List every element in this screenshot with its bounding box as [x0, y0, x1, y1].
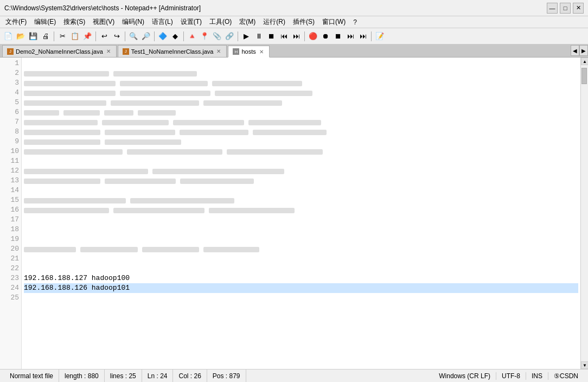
toolbar-separator — [54, 31, 54, 41]
code-line-2 — [24, 68, 578, 78]
line-number-10: 10 — [0, 147, 19, 156]
toolbar-btn-12[interactable]: 🔍 — [127, 30, 139, 42]
tab-hosts[interactable]: H hosts ✕ — [228, 46, 269, 58]
menu-item-W[interactable]: 窗口(W) — [319, 16, 349, 28]
line-number-5: 5 — [0, 98, 19, 107]
toolbar-btn-20[interactable]: 📎 — [211, 30, 223, 42]
menu-item-L[interactable]: 语言(L) — [149, 16, 176, 28]
toolbar-btn-35[interactable]: 📝 — [374, 30, 386, 42]
menu-bar: 文件(F)编辑(E)搜索(S)视图(V)编码(N)语言(L)设置(T)工具(O)… — [0, 16, 588, 28]
tab-bar: J Demo2_NoNameInnerClass.java ✕ J Test1_… — [0, 44, 588, 58]
title-text: C:\Windows\System32\drivers\etc\hosts - … — [4, 4, 201, 12]
menu-item-M[interactable]: 宏(M) — [236, 16, 259, 28]
toolbar-btn-0[interactable]: 📄 — [2, 30, 14, 42]
toolbar-btn-10[interactable]: ↪ — [111, 30, 123, 42]
menu-item-O[interactable]: 工具(O) — [206, 16, 235, 28]
line-number-3: 3 — [0, 78, 19, 88]
line-number-20: 20 — [0, 244, 19, 254]
code-line-25 — [24, 293, 578, 303]
toolbar-btn-30[interactable]: ⏺ — [319, 30, 331, 42]
toolbar-btn-15[interactable]: 🔷 — [157, 30, 169, 42]
toolbar-btn-16[interactable]: ◆ — [169, 30, 181, 42]
status-bar: Normal text file length : 880 lines : 25… — [0, 369, 588, 382]
toolbar-btn-25[interactable]: ⏹ — [265, 30, 277, 42]
menu-item-E[interactable]: 编辑(E) — [31, 16, 59, 28]
menu-item-T[interactable]: 设置(T) — [177, 16, 205, 28]
tab-demo2-close[interactable]: ✕ — [105, 48, 112, 55]
code-line-8 — [24, 127, 578, 137]
toolbar-btn-18[interactable]: 🔺 — [186, 30, 198, 42]
toolbar-btn-13[interactable]: 🔎 — [140, 30, 152, 42]
tab-test1-close[interactable]: ✕ — [215, 48, 222, 55]
menu-item-[interactable]: ? — [350, 17, 360, 27]
code-line-3 — [24, 78, 578, 88]
code-line-7 — [24, 117, 578, 127]
maximize-button[interactable]: □ — [560, 3, 571, 14]
toolbar-btn-7[interactable]: 📌 — [81, 30, 93, 42]
line-number-21: 21 — [0, 254, 19, 264]
toolbar-btn-1[interactable]: 📂 — [15, 30, 27, 42]
toolbar-btn-29[interactable]: 🔴 — [307, 30, 319, 42]
close-button[interactable]: ✕ — [573, 3, 584, 14]
toolbar-btn-6[interactable]: 📋 — [69, 30, 81, 42]
toolbar-btn-19[interactable]: 📍 — [199, 30, 210, 42]
vertical-scrollbar[interactable]: ▲ ▼ — [580, 58, 588, 369]
code-line-18 — [24, 225, 578, 234]
toolbar-separator — [95, 31, 96, 41]
toolbar-btn-33[interactable]: ⏭ — [357, 30, 369, 42]
status-ln: Ln : 24 — [142, 370, 174, 382]
scroll-track[interactable] — [581, 65, 588, 361]
scroll-up-arrow[interactable]: ▲ — [581, 58, 588, 65]
line-number-11: 11 — [0, 156, 19, 166]
status-ins: INS — [526, 372, 548, 380]
toolbar-btn-21[interactable]: 🔗 — [223, 30, 235, 42]
tab-hosts-close[interactable]: ✕ — [258, 48, 265, 55]
tab-demo2[interactable]: J Demo2_NoNameInnerClass.java ✕ — [2, 45, 117, 57]
status-encoding: UTF-8 — [496, 372, 526, 380]
menu-item-F[interactable]: 文件(F) — [2, 16, 30, 28]
menu-item-N[interactable]: 编码(N) — [119, 16, 148, 28]
tab-scroll-right[interactable]: ▶ — [579, 45, 588, 56]
line-number-22: 22 — [0, 264, 19, 273]
toolbar-btn-31[interactable]: ⏹ — [332, 30, 344, 42]
toolbar-btn-24[interactable]: ⏸ — [253, 30, 265, 42]
menu-item-S[interactable]: 搜索(S) — [60, 16, 88, 28]
line-number-4: 4 — [0, 88, 19, 98]
toolbar-btn-32[interactable]: ⏭ — [344, 30, 356, 42]
toolbar-separator — [183, 31, 184, 41]
toolbar-separator — [238, 31, 238, 41]
status-pos: Pos : 879 — [207, 370, 246, 382]
minimize-button[interactable]: — — [547, 3, 558, 14]
menu-item-S[interactable]: 插件(S) — [290, 16, 318, 28]
scroll-down-arrow[interactable]: ▼ — [581, 361, 588, 369]
code-line-21 — [24, 254, 578, 264]
code-line-17 — [24, 215, 578, 225]
toolbar-btn-27[interactable]: ⏭ — [290, 30, 302, 42]
line-number-14: 14 — [0, 186, 19, 195]
toolbar-separator — [154, 31, 155, 41]
code-line-16 — [24, 205, 578, 215]
code-line-24: 192.168.188.126 hadoop101 — [24, 283, 578, 293]
toolbar-btn-2[interactable]: 💾 — [27, 30, 39, 42]
java-icon-2: J — [123, 48, 129, 55]
tab-test1[interactable]: J Test1_NoNameInnerClass.java ✕ — [118, 45, 227, 57]
line-number-23: 23 — [0, 273, 19, 283]
toolbar-btn-5[interactable]: ✂ — [56, 30, 68, 42]
scroll-thumb[interactable] — [581, 68, 587, 84]
toolbar-btn-23[interactable]: ▶ — [240, 30, 252, 42]
toolbar-btn-9[interactable]: ↩ — [98, 30, 110, 42]
tab-scroll-left[interactable]: ◀ — [571, 45, 579, 56]
toolbar-btn-3[interactable]: 🖨 — [40, 30, 52, 42]
menu-item-R[interactable]: 运行(R) — [260, 16, 289, 28]
editor-content[interactable]: 192.168.188.127 hadoop100192.168.188.126… — [22, 58, 580, 369]
toolbar-separator — [304, 31, 305, 41]
line-number-16: 16 — [0, 205, 19, 215]
line-number-8: 8 — [0, 127, 19, 137]
code-line-11 — [24, 156, 578, 166]
line-number-12: 12 — [0, 166, 19, 176]
menu-item-V[interactable]: 视图(V) — [90, 16, 118, 28]
code-line-22 — [24, 264, 578, 273]
toolbar-btn-26[interactable]: ⏮ — [278, 30, 290, 42]
tab-test1-label: Test1_NoNameInnerClass.java — [131, 48, 214, 55]
code-line-9 — [24, 137, 578, 147]
